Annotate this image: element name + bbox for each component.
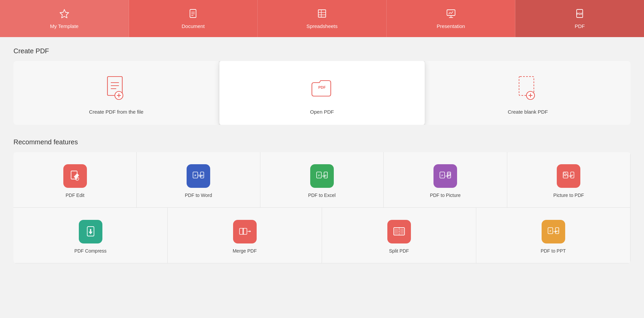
feature-merge-pdf[interactable]: Merge PDF xyxy=(168,208,322,263)
pdf-to-excel-label: PDF to Excel xyxy=(308,193,336,198)
nav-bar: My Template Document Spreadsheets xyxy=(0,0,644,37)
pdf-to-picture-label: PDF to Picture xyxy=(430,193,460,198)
pdf-edit-label: PDF Edit xyxy=(66,193,85,198)
feature-pdf-edit[interactable]: PDF Edit xyxy=(13,152,137,208)
svg-marker-0 xyxy=(60,9,69,18)
svg-text:P: P xyxy=(549,230,551,232)
create-blank-icon xyxy=(516,75,540,103)
pdf-to-excel-icon-box: P S xyxy=(310,164,334,188)
create-blank-label: Create blank PDF xyxy=(508,109,548,115)
svg-rect-1 xyxy=(190,9,196,18)
pdf-to-ppt-label: PDF to PPT xyxy=(541,248,566,254)
nav-label-pdf: PDF xyxy=(575,23,585,29)
svg-rect-5 xyxy=(318,10,326,17)
picture-to-pdf-label: Picture to PDF xyxy=(553,193,584,198)
create-pdf-title: Create PDF xyxy=(13,47,631,55)
merge-pdf-icon-box xyxy=(233,220,257,243)
svg-marker-58 xyxy=(250,230,251,232)
picture-to-pdf-icon-box: P xyxy=(557,164,580,188)
merge-pdf-label: Merge PDF xyxy=(233,248,257,254)
feature-split-pdf[interactable]: Split PDF xyxy=(322,208,476,263)
svg-line-28 xyxy=(76,178,76,179)
feature-pdf-to-word[interactable]: P P W PDF to Word xyxy=(137,152,260,208)
star-icon xyxy=(59,8,70,21)
pdf-to-word-icon-box: P P W xyxy=(187,164,210,188)
pdf-compress-icon-box xyxy=(79,220,102,243)
svg-text:P: P xyxy=(572,174,573,177)
svg-rect-49 xyxy=(564,173,566,175)
create-blank-pdf-card[interactable]: Create blank PDF xyxy=(425,61,631,125)
create-from-file-card[interactable]: Create PDF from the file xyxy=(13,61,219,125)
svg-text:PPT: PPT xyxy=(555,230,559,232)
main-content: Create PDF Create PDF from the file xyxy=(0,37,644,273)
pdf-to-picture-icon-box: P xyxy=(433,164,457,188)
recommend-grid: PDF Edit P P W PDF to Word xyxy=(13,152,631,263)
open-pdf-card[interactable]: PDF Open PDF xyxy=(219,61,425,125)
svg-rect-62 xyxy=(400,229,404,234)
feature-pdf-to-excel[interactable]: P S PDF to Excel xyxy=(260,152,384,208)
svg-rect-61 xyxy=(394,229,398,234)
create-from-file-label: Create PDF from the file xyxy=(89,109,143,115)
svg-text:PDF: PDF xyxy=(577,12,583,16)
svg-text:P: P xyxy=(318,174,320,177)
nav-label-presentation: Presentation xyxy=(437,23,465,29)
nav-label-spreadsheets: Spreadsheets xyxy=(307,23,338,29)
pdf-icon: PDF xyxy=(574,8,585,21)
nav-item-my-template[interactable]: My Template xyxy=(0,0,129,37)
svg-text:P: P xyxy=(442,174,443,177)
spreadsheet-icon xyxy=(317,8,327,21)
nav-label-document: Document xyxy=(182,23,204,29)
split-pdf-label: Split PDF xyxy=(389,248,409,254)
feature-picture-to-pdf[interactable]: P Picture to PDF xyxy=(507,152,631,208)
recommend-title: Recommend features xyxy=(13,138,631,146)
split-pdf-icon-box xyxy=(387,220,411,243)
svg-text:S: S xyxy=(325,174,326,177)
svg-text:P: P xyxy=(195,174,196,177)
nav-item-presentation[interactable]: Presentation xyxy=(387,0,516,37)
create-pdf-row: Create PDF from the file PDF Open PDF xyxy=(13,61,631,125)
pdf-edit-icon-box xyxy=(63,164,87,188)
nav-item-document[interactable]: Document xyxy=(129,0,258,37)
presentation-icon xyxy=(446,8,456,21)
document-icon xyxy=(188,8,198,21)
nav-label-my-template: My Template xyxy=(50,23,78,29)
svg-text:PDF: PDF xyxy=(318,85,326,89)
svg-rect-9 xyxy=(447,10,455,16)
create-from-file-icon xyxy=(104,75,128,103)
nav-item-pdf[interactable]: PDF PDF xyxy=(515,0,644,37)
open-pdf-icon: PDF xyxy=(309,75,335,103)
feature-pdf-to-picture[interactable]: P PDF to Picture xyxy=(384,152,507,208)
pdf-to-word-label: PDF to Word xyxy=(185,193,212,198)
open-pdf-label: Open PDF xyxy=(310,109,334,115)
feature-pdf-to-ppt[interactable]: P PPT PDF to PPT xyxy=(476,208,631,263)
feature-pdf-compress[interactable]: PDF Compress xyxy=(13,208,168,263)
svg-text:W: W xyxy=(201,174,203,177)
nav-item-spreadsheets[interactable]: Spreadsheets xyxy=(258,0,387,37)
pdf-to-ppt-icon-box: P PPT xyxy=(542,220,565,243)
pdf-compress-label: PDF Compress xyxy=(74,248,107,254)
